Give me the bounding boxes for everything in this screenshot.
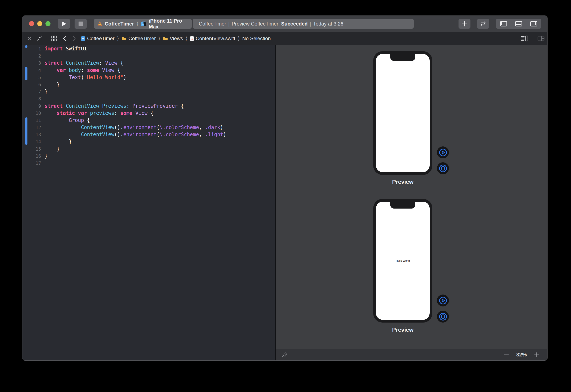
- code-text: }: [45, 146, 60, 152]
- status-project: CoffeeTimer: [199, 21, 226, 27]
- code-line[interactable]: 15 }: [22, 145, 275, 153]
- toggle-inspector-button[interactable]: [526, 19, 541, 29]
- line-number: 2: [22, 53, 41, 60]
- minimize-window-button[interactable]: [37, 21, 42, 26]
- breadcrumb-item[interactable]: Views: [163, 36, 183, 42]
- breadcrumb-label: Views: [170, 36, 183, 42]
- line-number: 1: [22, 45, 41, 53]
- breadcrumb-item[interactable]: CoffeeTimer: [121, 36, 156, 42]
- line-number: 17: [22, 160, 41, 167]
- preview-on-device-button-2[interactable]: [437, 311, 449, 322]
- code-line[interactable]: 8: [22, 95, 275, 102]
- library-button[interactable]: [459, 19, 470, 29]
- add-editor-button[interactable]: [536, 32, 546, 45]
- code-line[interactable]: 12 ContentView().environment(\.colorSche…: [22, 124, 275, 131]
- device-notch: [390, 202, 415, 209]
- code-text: Text("Hello World"): [45, 74, 126, 80]
- preview-label-1: Preview: [373, 179, 432, 185]
- breadcrumb-item[interactable]: ContentView.swift: [190, 36, 235, 42]
- play-circle-icon: [439, 148, 447, 157]
- chevron-left-icon: [62, 36, 67, 42]
- code-line[interactable]: 5 Text("Hello World"): [22, 74, 275, 81]
- status-action: Preview CoffeeTimer:: [232, 21, 280, 27]
- zoom-window-button[interactable]: [45, 21, 50, 26]
- breadcrumb-separator: ⟩: [158, 36, 161, 42]
- live-preview-button-1[interactable]: [437, 146, 449, 158]
- status-separator: |: [226, 21, 232, 27]
- line-number: 14: [22, 138, 41, 145]
- window-controls: [29, 21, 50, 26]
- code-text: }: [45, 153, 47, 159]
- related-items-grid-icon: [51, 35, 57, 42]
- breadcrumb-label: No Selection: [242, 36, 271, 42]
- swap-arrows-icon: [480, 21, 487, 27]
- preview-device-2[interactable]: Hello World: [373, 199, 432, 322]
- run-button[interactable]: [58, 19, 70, 29]
- toggle-debug-area-button[interactable]: [511, 19, 526, 29]
- collapse-arrows-icon: [36, 36, 42, 41]
- editor-options-button[interactable]: [519, 32, 530, 45]
- breadcrumb-label: CoffeeTimer: [87, 36, 115, 42]
- go-back-button[interactable]: [60, 32, 69, 45]
- code-text: ContentView().environment(\.colorScheme,…: [45, 125, 223, 130]
- breadcrumb-item[interactable]: CoffeeTimer: [81, 36, 115, 42]
- breadcrumb-label: ContentView.swift: [196, 36, 235, 42]
- right-panel-icon: [530, 21, 537, 27]
- code-line[interactable]: 14 }: [22, 138, 275, 145]
- preview-on-device-button-1[interactable]: [437, 162, 449, 174]
- breadcrumb-item[interactable]: No Selection: [242, 36, 271, 42]
- code-line[interactable]: 13 ContentView().environment(\.colorSche…: [22, 131, 275, 138]
- text-cursor: [45, 46, 45, 52]
- code-text: static var previews: some View {: [45, 110, 153, 116]
- code-line[interactable]: 2: [22, 52, 275, 59]
- canvas-footer: 32%: [276, 349, 547, 360]
- live-preview-button-2[interactable]: [437, 294, 449, 307]
- code-line[interactable]: 1import SwiftUI: [22, 45, 275, 52]
- close-window-button[interactable]: [29, 21, 34, 26]
- play-circle-icon: [439, 296, 447, 305]
- left-panel-icon: [500, 21, 507, 27]
- code-line[interactable]: 11 Group {: [22, 117, 275, 124]
- go-forward-button[interactable]: [70, 32, 78, 45]
- code-line[interactable]: 17: [22, 160, 275, 167]
- editor-panel-toggles: [496, 19, 541, 29]
- code-text: ContentView().environment(\.colorScheme,…: [45, 132, 226, 138]
- code-line[interactable]: 6 }: [22, 81, 275, 88]
- line-number: 8: [22, 95, 41, 102]
- close-editor-button[interactable]: [25, 32, 34, 45]
- code-line[interactable]: 7}: [22, 88, 275, 95]
- scheme-app-icon: [97, 21, 103, 27]
- scheme-device-label: iPhone 11 Pro Max: [149, 18, 191, 30]
- code-line[interactable]: 4 var body: some View {: [22, 67, 275, 74]
- zoom-in-button[interactable]: [533, 351, 540, 358]
- preview-canvas: Preview Hello World Preview: [276, 45, 547, 360]
- code-line[interactable]: 10 static var previews: some View {: [22, 110, 275, 117]
- pin-preview-button[interactable]: [282, 352, 288, 358]
- plus-icon: [534, 352, 539, 357]
- zoom-out-button[interactable]: [503, 351, 510, 358]
- breadcrumb-label: CoffeeTimer: [128, 36, 156, 42]
- line-number: 6: [22, 81, 41, 88]
- stop-button[interactable]: [75, 19, 87, 29]
- scheme-separator: ⟩: [136, 21, 139, 27]
- source-editor[interactable]: 1import SwiftUI23struct ContentView: Vie…: [22, 45, 275, 360]
- line-number: 10: [22, 110, 41, 117]
- code-review-button[interactable]: [477, 19, 489, 29]
- scheme-selector[interactable]: CoffeeTimer ⟩ iPhone 11 Pro Max: [94, 19, 192, 29]
- code-line[interactable]: 3struct ContentView: View {: [22, 59, 275, 67]
- bottom-panel-icon: [515, 21, 522, 27]
- line-number: 3: [22, 60, 41, 67]
- toggle-navigator-button[interactable]: [496, 19, 511, 29]
- line-number: 7: [22, 88, 41, 95]
- collapse-editor-button[interactable]: [35, 32, 44, 45]
- code-line[interactable]: 16}: [22, 153, 275, 160]
- activity-status-bar[interactable]: CoffeeTimer | Preview CoffeeTimer: Succe…: [193, 19, 414, 29]
- preview-screen-2[interactable]: Hello World: [376, 202, 430, 320]
- toolbar: CoffeeTimer ⟩ iPhone 11 Pro Max CoffeeTi…: [22, 16, 547, 32]
- preview-screen-1[interactable]: [376, 54, 430, 172]
- code-line[interactable]: 9struct ContentView_Previews: PreviewPro…: [22, 102, 275, 110]
- preview-device-1[interactable]: [373, 51, 432, 175]
- related-items-button[interactable]: [49, 32, 59, 45]
- code-lines: 1import SwiftUI23struct ContentView: Vie…: [22, 45, 275, 167]
- xcode-window: CoffeeTimer ⟩ iPhone 11 Pro Max CoffeeTi…: [22, 16, 547, 360]
